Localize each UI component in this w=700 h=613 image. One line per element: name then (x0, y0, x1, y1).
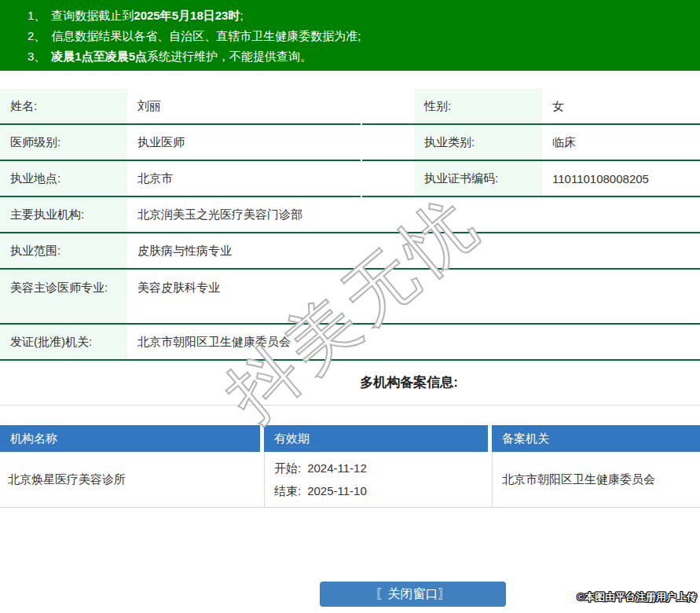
notice-number: 3、 (27, 50, 46, 63)
notice-line-1: 1、查询数据截止到2025年5月18日23时; (27, 6, 692, 26)
gender-label: 性别: (414, 89, 542, 125)
practice-location-value: 北京市 (127, 161, 361, 197)
filing-table: 机构名称 有效期 备案机关 北京焕星医疗美容诊所 开始:2024-11-12 结… (0, 425, 700, 508)
practice-location-label: 执业地点: (0, 161, 127, 197)
section-divider (0, 405, 700, 406)
info-row-name-gender: 姓名: 刘丽 性别: 女 (0, 89, 700, 125)
name-label: 姓名: (0, 89, 127, 125)
notice-banner: 1、查询数据截止到2025年5月18日23时; 2、信息数据结果以各省、自治区、… (0, 0, 700, 71)
spacer-cell (362, 125, 414, 161)
practice-scope-label: 执业范围: (0, 233, 127, 270)
main-institution-label: 主要执业机构: (0, 197, 127, 233)
validity-start-label: 开始: (274, 461, 301, 475)
validity-end-date: 2025-11-10 (307, 484, 367, 497)
info-row-cosmetic-specialty: 美容主诊医师专业: 美容皮肤科专业 (0, 270, 700, 325)
doctor-level-label: 医师级别: (0, 125, 127, 161)
uploader-credit-text: ©本图由平台注册用户上传 (577, 590, 697, 604)
notice-text: 系统进行维护，不能提供查询。 (147, 50, 312, 63)
notice-text-bold: 2025年5月18日23时 (134, 9, 240, 22)
filing-authority-header: 备案机关 (492, 425, 700, 452)
certificate-number-value: 110110108008205 (542, 161, 700, 197)
info-row-issuing-authority: 发证(批准)机关: 北京市朝阳区卫生健康委员会 (0, 325, 700, 361)
info-row-location-certificate: 执业地点: 北京市 执业证书编码: 110110108008205 (0, 161, 700, 197)
practitioner-info-table: 姓名: 刘丽 性别: 女 医师级别: 执业医师 执业类别: 临床 执业地点: 北… (0, 89, 700, 361)
practice-category-label: 执业类别: (414, 125, 542, 161)
info-row-level-category: 医师级别: 执业医师 执业类别: 临床 (0, 125, 700, 161)
practice-category-value: 临床 (542, 125, 700, 161)
gender-value: 女 (542, 89, 700, 125)
name-value: 刘丽 (127, 89, 361, 125)
institution-name-header: 机构名称 (0, 425, 260, 452)
validity-end: 结束:2025-11-10 (274, 479, 367, 502)
issuing-authority-label: 发证(批准)机关: (0, 325, 127, 361)
notice-line-3: 3、凌晨1点至凌晨5点系统进行维护，不能提供查询。 (27, 46, 692, 67)
certificate-number-label: 执业证书编码: (414, 161, 542, 197)
validity-start: 开始:2024-11-12 (274, 457, 367, 479)
doctor-license-query-result-page: 1、查询数据截止到2025年5月18日23时; 2、信息数据结果以各省、自治区、… (0, 0, 700, 613)
close-window-button[interactable]: 〖关闭窗口〗 (320, 582, 506, 607)
validity-start-date: 2024-11-12 (307, 461, 367, 475)
multi-institution-filing-heading: 多机构备案信息: (0, 375, 700, 391)
notice-text: ; (240, 9, 243, 22)
filing-authority-value: 北京市朝阳区卫生健康委员会 (492, 452, 700, 507)
info-row-practice-scope: 执业范围: 皮肤病与性病专业 (0, 233, 700, 270)
notice-text: 查询数据截止到 (51, 9, 134, 22)
notice-number: 1、 (27, 9, 46, 22)
notice-line-2: 2、信息数据结果以各省、自治区、直辖市卫生健康委数据为准; (27, 26, 692, 46)
filing-table-row: 北京焕星医疗美容诊所 开始:2024-11-12 结束:2025-11-10 北… (0, 452, 700, 508)
institution-name-value: 北京焕星医疗美容诊所 (0, 452, 264, 507)
notice-text-bold: 凌晨1点至凌晨5点 (51, 50, 147, 63)
validity-end-label: 结束: (274, 484, 301, 497)
validity-period-header: 有效期 (264, 425, 488, 452)
notice-number: 2、 (27, 29, 46, 42)
info-row-main-institution: 主要执业机构: 北京润美玉之光医疗美容门诊部 (0, 197, 700, 233)
notice-text: 信息数据结果以各省、自治区、直辖市卫生健康委数据为准; (51, 29, 361, 42)
spacer-cell (362, 161, 414, 197)
spacer-cell (362, 89, 414, 125)
cosmetic-specialty-value: 美容皮肤科专业 (127, 270, 700, 325)
validity-period-value: 开始:2024-11-12 结束:2025-11-10 (264, 452, 492, 507)
filing-table-header: 机构名称 有效期 备案机关 (0, 425, 700, 452)
cosmetic-specialty-label: 美容主诊医师专业: (0, 270, 127, 325)
practice-scope-value: 皮肤病与性病专业 (127, 233, 700, 270)
issuing-authority-value: 北京市朝阳区卫生健康委员会 (127, 325, 700, 361)
doctor-level-value: 执业医师 (127, 125, 361, 161)
main-institution-value: 北京润美玉之光医疗美容门诊部 (127, 197, 700, 233)
